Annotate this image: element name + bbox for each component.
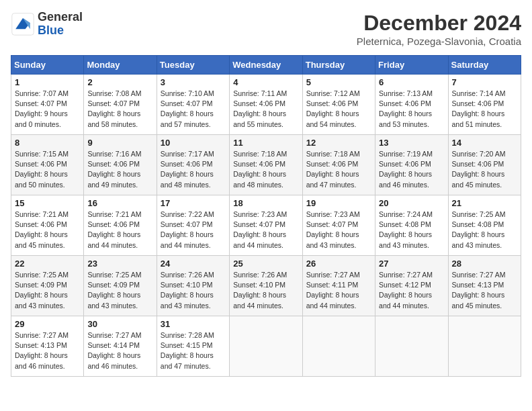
day-number: 15 xyxy=(15,198,80,208)
day-info: Sunrise: 7:10 AMSunset: 4:07 PMDaylight:… xyxy=(161,89,226,130)
day-info: Sunrise: 7:17 AMSunset: 4:06 PMDaylight:… xyxy=(161,149,226,190)
calendar-cell xyxy=(230,316,302,377)
day-info: Sunrise: 7:25 AMSunset: 4:08 PMDaylight:… xyxy=(452,210,517,250)
day-of-week-header: Friday xyxy=(375,56,448,75)
day-number: 17 xyxy=(161,198,226,208)
day-number: 13 xyxy=(379,138,444,148)
day-info: Sunrise: 7:15 AMSunset: 4:06 PMDaylight:… xyxy=(15,149,80,190)
calendar-cell: 14 Sunrise: 7:20 AMSunset: 4:06 PMDaylig… xyxy=(448,135,521,195)
day-info: Sunrise: 7:08 AMSunset: 4:07 PMDaylight:… xyxy=(87,89,152,130)
calendar-cell: 3 Sunrise: 7:10 AMSunset: 4:07 PMDayligh… xyxy=(157,75,229,135)
calendar-cell: 30 Sunrise: 7:27 AMSunset: 4:14 PMDaylig… xyxy=(84,316,157,377)
calendar-cell: 28 Sunrise: 7:27 AMSunset: 4:13 PMDaylig… xyxy=(448,256,521,316)
day-number: 25 xyxy=(233,259,298,269)
calendar-cell: 24 Sunrise: 7:26 AMSunset: 4:10 PMDaylig… xyxy=(157,256,229,316)
day-info: Sunrise: 7:27 AMSunset: 4:13 PMDaylight:… xyxy=(452,270,517,311)
calendar-cell: 12 Sunrise: 7:18 AMSunset: 4:06 PMDaylig… xyxy=(302,135,375,195)
day-number: 31 xyxy=(161,319,226,329)
day-info: Sunrise: 7:18 AMSunset: 4:06 PMDaylight:… xyxy=(233,149,298,190)
day-info: Sunrise: 7:11 AMSunset: 4:06 PMDaylight:… xyxy=(233,89,298,130)
day-info: Sunrise: 7:27 AMSunset: 4:13 PMDaylight:… xyxy=(15,330,80,371)
day-number: 3 xyxy=(161,77,226,87)
day-of-week-header: Monday xyxy=(84,56,157,75)
day-number: 18 xyxy=(233,198,298,208)
day-info: Sunrise: 7:23 AMSunset: 4:07 PMDaylight:… xyxy=(306,210,371,250)
day-info: Sunrise: 7:22 AMSunset: 4:07 PMDaylight:… xyxy=(161,210,226,250)
calendar-cell: 6 Sunrise: 7:13 AMSunset: 4:06 PMDayligh… xyxy=(375,75,448,135)
day-info: Sunrise: 7:27 AMSunset: 4:12 PMDaylight:… xyxy=(379,270,444,311)
calendar-table: SundayMondayTuesdayWednesdayThursdayFrid… xyxy=(11,55,521,377)
calendar-cell: 10 Sunrise: 7:17 AMSunset: 4:06 PMDaylig… xyxy=(157,135,229,195)
day-info: Sunrise: 7:21 AMSunset: 4:06 PMDaylight:… xyxy=(87,210,152,250)
calendar-cell: 27 Sunrise: 7:27 AMSunset: 4:12 PMDaylig… xyxy=(375,256,448,316)
calendar-cell: 15 Sunrise: 7:21 AMSunset: 4:06 PMDaylig… xyxy=(11,195,84,256)
calendar-cell: 23 Sunrise: 7:25 AMSunset: 4:09 PMDaylig… xyxy=(84,256,157,316)
day-info: Sunrise: 7:28 AMSunset: 4:15 PMDaylight:… xyxy=(161,330,226,371)
calendar-cell: 1 Sunrise: 7:07 AMSunset: 4:07 PMDayligh… xyxy=(11,75,84,135)
calendar-cell: 11 Sunrise: 7:18 AMSunset: 4:06 PMDaylig… xyxy=(230,135,302,195)
day-number: 2 xyxy=(87,77,152,87)
day-info: Sunrise: 7:27 AMSunset: 4:14 PMDaylight:… xyxy=(87,330,152,371)
calendar-cell: 5 Sunrise: 7:12 AMSunset: 4:06 PMDayligh… xyxy=(302,75,375,135)
day-number: 4 xyxy=(233,77,298,87)
logo-icon xyxy=(11,12,35,36)
day-info: Sunrise: 7:24 AMSunset: 4:08 PMDaylight:… xyxy=(379,210,444,250)
day-number: 19 xyxy=(306,198,371,208)
day-number: 5 xyxy=(306,77,371,87)
calendar-cell xyxy=(302,316,375,377)
title-block: December 2024 Pleternica, Pozega-Slavoni… xyxy=(357,11,521,47)
day-number: 12 xyxy=(306,138,371,148)
day-of-week-header: Sunday xyxy=(11,56,84,75)
day-number: 22 xyxy=(15,259,80,269)
page-header: General Blue December 2024 Pleternica, P… xyxy=(11,11,521,47)
day-number: 9 xyxy=(87,138,152,148)
day-number: 24 xyxy=(161,259,226,269)
calendar-cell: 4 Sunrise: 7:11 AMSunset: 4:06 PMDayligh… xyxy=(230,75,302,135)
calendar-cell: 20 Sunrise: 7:24 AMSunset: 4:08 PMDaylig… xyxy=(375,195,448,256)
location-title: Pleternica, Pozega-Slavonia, Croatia xyxy=(357,36,521,47)
day-of-week-header: Thursday xyxy=(302,56,375,75)
day-number: 20 xyxy=(379,198,444,208)
day-number: 23 xyxy=(87,259,152,269)
day-info: Sunrise: 7:16 AMSunset: 4:06 PMDaylight:… xyxy=(87,149,152,190)
day-number: 6 xyxy=(379,77,444,87)
day-number: 14 xyxy=(452,138,517,148)
day-number: 11 xyxy=(233,138,298,148)
calendar-cell: 29 Sunrise: 7:27 AMSunset: 4:13 PMDaylig… xyxy=(11,316,84,377)
day-number: 1 xyxy=(15,77,80,87)
day-number: 27 xyxy=(379,259,444,269)
logo: General Blue xyxy=(11,11,83,38)
calendar-cell: 31 Sunrise: 7:28 AMSunset: 4:15 PMDaylig… xyxy=(157,316,229,377)
day-number: 28 xyxy=(452,259,517,269)
calendar-cell: 26 Sunrise: 7:27 AMSunset: 4:11 PMDaylig… xyxy=(302,256,375,316)
day-number: 16 xyxy=(87,198,152,208)
calendar-cell: 22 Sunrise: 7:25 AMSunset: 4:09 PMDaylig… xyxy=(11,256,84,316)
day-info: Sunrise: 7:26 AMSunset: 4:10 PMDaylight:… xyxy=(161,270,226,311)
day-info: Sunrise: 7:26 AMSunset: 4:10 PMDaylight:… xyxy=(233,270,298,311)
calendar-cell: 25 Sunrise: 7:26 AMSunset: 4:10 PMDaylig… xyxy=(230,256,302,316)
calendar-cell xyxy=(448,316,521,377)
day-info: Sunrise: 7:12 AMSunset: 4:06 PMDaylight:… xyxy=(306,89,371,130)
month-title: December 2024 xyxy=(357,11,521,36)
calendar-cell: 16 Sunrise: 7:21 AMSunset: 4:06 PMDaylig… xyxy=(84,195,157,256)
calendar-cell: 9 Sunrise: 7:16 AMSunset: 4:06 PMDayligh… xyxy=(84,135,157,195)
logo-text: General Blue xyxy=(38,11,83,38)
day-info: Sunrise: 7:07 AMSunset: 4:07 PMDaylight:… xyxy=(15,89,80,130)
day-number: 26 xyxy=(306,259,371,269)
day-number: 7 xyxy=(452,77,517,87)
calendar-cell: 19 Sunrise: 7:23 AMSunset: 4:07 PMDaylig… xyxy=(302,195,375,256)
day-info: Sunrise: 7:13 AMSunset: 4:06 PMDaylight:… xyxy=(379,89,444,130)
day-number: 8 xyxy=(15,138,80,148)
calendar-cell: 8 Sunrise: 7:15 AMSunset: 4:06 PMDayligh… xyxy=(11,135,84,195)
day-info: Sunrise: 7:19 AMSunset: 4:06 PMDaylight:… xyxy=(379,149,444,190)
day-of-week-header: Saturday xyxy=(448,56,521,75)
day-info: Sunrise: 7:21 AMSunset: 4:06 PMDaylight:… xyxy=(15,210,80,250)
day-of-week-header: Tuesday xyxy=(157,56,229,75)
calendar-cell: 7 Sunrise: 7:14 AMSunset: 4:06 PMDayligh… xyxy=(448,75,521,135)
calendar-cell: 13 Sunrise: 7:19 AMSunset: 4:06 PMDaylig… xyxy=(375,135,448,195)
day-number: 21 xyxy=(452,198,517,208)
calendar-cell: 18 Sunrise: 7:23 AMSunset: 4:07 PMDaylig… xyxy=(230,195,302,256)
day-number: 10 xyxy=(161,138,226,148)
day-info: Sunrise: 7:20 AMSunset: 4:06 PMDaylight:… xyxy=(452,149,517,190)
calendar-cell: 17 Sunrise: 7:22 AMSunset: 4:07 PMDaylig… xyxy=(157,195,229,256)
